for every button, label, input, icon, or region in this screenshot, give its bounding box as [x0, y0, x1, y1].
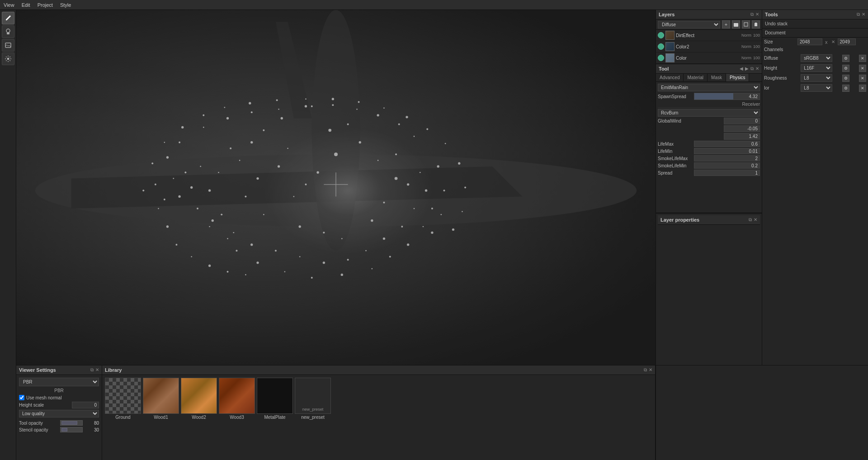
size-lock-btn[interactable]: ✕	[831, 39, 835, 44]
diffuse-row: Diffuse sRGB8 ⚙ ✕	[762, 53, 868, 63]
lib-item-wood1[interactable]: Wood1	[143, 378, 179, 454]
global-wind-input[interactable]	[724, 118, 760, 124]
layer-row-dirt[interactable]: DirtEffect Norm 100	[656, 30, 762, 41]
tab-physics[interactable]: Physics	[726, 74, 749, 81]
spawn-spread-label: SpawnSpread	[658, 94, 694, 99]
svg-point-28	[347, 123, 349, 125]
lib-item-metalplate[interactable]: MetalPlate	[257, 378, 293, 454]
layers-channel-dropdown[interactable]: Diffuse	[658, 21, 720, 28]
svg-point-83	[414, 136, 415, 137]
tool-pencil[interactable]	[2, 12, 14, 24]
tab-material[interactable]: Material	[684, 74, 708, 81]
layer-visibility-color2[interactable]	[658, 43, 664, 50]
ior-select[interactable]: L8	[801, 84, 832, 92]
height-settings-btn[interactable]: ⚙	[842, 65, 849, 72]
library-close-btn[interactable]: ✕	[649, 367, 652, 373]
smoke-life-max-value: 2	[755, 156, 758, 162]
library-header: Library ⧉ ✕	[102, 365, 655, 375]
menu-style[interactable]: Style	[60, 2, 71, 8]
global-wind-input2[interactable]	[724, 125, 760, 132]
layer-row-color[interactable]: Color Norm 100	[656, 52, 762, 64]
svg-point-12	[239, 160, 241, 161]
roughness-select[interactable]: L8	[801, 74, 832, 82]
tool-prev-btn[interactable]: ◀	[740, 66, 743, 71]
layers-delete-btn[interactable]	[752, 20, 760, 28]
roughness-close-btn[interactable]: ✕	[859, 75, 866, 82]
stencil-opacity-label: Stencil opacity	[19, 427, 51, 432]
tab-advanced[interactable]: Advanced	[656, 74, 684, 81]
viewport[interactable]: PBR Animation time: 4.969	[16, 10, 656, 365]
library-panel: Library ⧉ ✕ Ground Wood1	[102, 365, 656, 460]
size-input[interactable]	[797, 38, 822, 45]
lib-item-wood3[interactable]: Wood3	[219, 378, 255, 454]
svg-point-19	[263, 214, 264, 215]
svg-point-60	[407, 243, 409, 246]
svg-point-97	[164, 142, 165, 143]
svg-point-82	[398, 123, 400, 125]
vs-expand-btn[interactable]: ⧉	[90, 367, 94, 373]
height-label: Height	[764, 66, 791, 71]
library-expand-btn[interactable]: ⧉	[644, 367, 647, 373]
layer-visibility-dirt[interactable]	[658, 32, 664, 38]
ior-close-btn[interactable]: ✕	[859, 85, 866, 92]
tools-close-btn[interactable]: ✕	[862, 12, 865, 17]
svg-point-40	[275, 250, 277, 251]
tool-expand-btn[interactable]: ⧉	[750, 66, 754, 71]
height-close-btn[interactable]: ✕	[859, 65, 866, 72]
height-select[interactable]: L16F	[801, 64, 832, 72]
layer-visibility-color[interactable]	[658, 55, 664, 61]
viewer-settings-content: PBR PBR Use mesh normal Height scale Low…	[16, 375, 102, 436]
layer-props-expand-btn[interactable]: ⧉	[749, 217, 752, 223]
use-mesh-normal-checkbox[interactable]	[19, 395, 24, 400]
svg-point-44	[365, 250, 367, 251]
lib-item-new-preset[interactable]: new_preset new_preset	[295, 378, 331, 454]
diffuse-close-btn[interactable]: ✕	[859, 55, 866, 62]
tools-expand-btn[interactable]: ⧉	[857, 12, 860, 17]
svg-point-21	[323, 232, 325, 233]
stencil-opacity-bar[interactable]	[60, 427, 83, 432]
layers-add-btn[interactable]: +	[722, 20, 730, 28]
layers-expand-btn[interactable]: ⧉	[750, 12, 754, 17]
size-input2[interactable]	[838, 38, 856, 45]
lib-item-wood2[interactable]: Wood2	[181, 378, 217, 454]
tool-opacity-bar[interactable]	[60, 420, 83, 426]
height-scale-input[interactable]	[72, 402, 99, 408]
layers-image-btn[interactable]	[742, 20, 750, 28]
global-wind-input3[interactable]	[724, 133, 760, 140]
quality-dropdown[interactable]: Low quality	[19, 410, 99, 417]
tab-mask[interactable]: Mask	[708, 74, 726, 81]
roughness-settings-btn[interactable]: ⚙	[842, 75, 849, 82]
tool-image[interactable]	[2, 39, 14, 52]
life-min-row: LifeMin 0.01	[658, 148, 760, 154]
menu-project[interactable]: Project	[38, 2, 53, 8]
emit-dropdown[interactable]: EmitManRain	[658, 84, 760, 91]
diffuse-settings-btn[interactable]: ⚙	[842, 55, 849, 62]
svg-point-11	[263, 129, 264, 131]
vs-mode-dropdown[interactable]: PBR	[19, 378, 99, 386]
layers-close-btn[interactable]: ✕	[755, 12, 759, 17]
vs-close-btn[interactable]: ✕	[95, 367, 99, 373]
layer-props-close-btn[interactable]: ✕	[754, 217, 757, 223]
layer-row-color2[interactable]: Color2 Norm 100	[656, 41, 762, 52]
tool-close-btn[interactable]: ✕	[755, 66, 759, 71]
svg-point-30	[316, 171, 319, 174]
tool-stamp[interactable]	[2, 25, 14, 38]
svg-point-59	[423, 226, 424, 228]
tool-next-btn[interactable]: ▶	[745, 66, 749, 71]
rcv-burn-dropdown[interactable]: RcvBurn	[658, 109, 760, 117]
diffuse-select[interactable]: sRGB8	[801, 54, 832, 62]
layer-norm-color2: Norm	[741, 44, 751, 49]
tool-settings[interactable]	[2, 52, 14, 65]
svg-point-33	[278, 165, 280, 167]
tool-content: EmitManRain SpawnSpread 4.32 Re	[656, 82, 762, 179]
ior-settings-btn[interactable]: ⚙	[842, 85, 849, 92]
menu-view[interactable]: View	[4, 2, 14, 8]
lib-item-ground[interactable]: Ground	[105, 378, 141, 454]
svg-point-55	[184, 171, 186, 173]
svg-point-48	[407, 183, 409, 185]
life-min-label: LifeMin	[658, 149, 694, 154]
layer-thumb-dirt	[665, 31, 675, 40]
svg-point-61	[389, 256, 391, 258]
menu-edit[interactable]: Edit	[22, 2, 30, 8]
layers-folder-btn[interactable]	[732, 20, 740, 28]
